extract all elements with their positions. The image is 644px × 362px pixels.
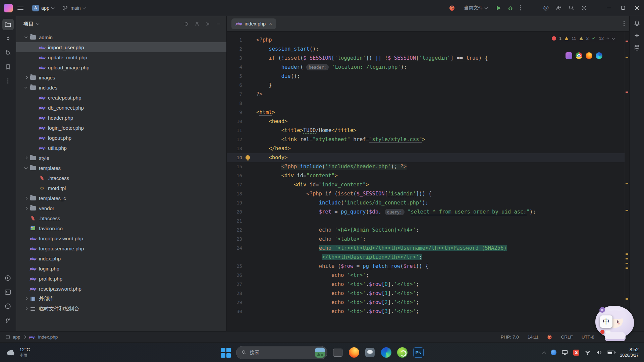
code-line[interactable]: 2 session_start(); (227, 45, 625, 54)
tree-item[interactable]: vendor (16, 203, 226, 213)
version-control-tool-button[interactable] (2, 314, 14, 326)
code-line[interactable]: 6 } (227, 81, 625, 90)
code-line[interactable]: 9<html> (227, 108, 625, 117)
edge-icon[interactable] (596, 52, 602, 59)
tab-close-icon[interactable]: × (269, 21, 272, 26)
pull-requests-tool-button[interactable] (2, 47, 14, 58)
line-number[interactable]: 4 (227, 63, 242, 72)
error-stripe[interactable] (625, 32, 629, 331)
tree-item[interactable]: phplogout.php (16, 133, 226, 143)
project-tool-button[interactable] (2, 19, 14, 30)
display-icon[interactable] (562, 350, 568, 355)
code-line[interactable]: 30 echo '<td>'.$row[3].'</td>'; (227, 307, 625, 316)
stripe-mark-yellow[interactable] (626, 267, 628, 269)
code-line[interactable]: 29 echo '<td>'.$row[2].'</td>'; (227, 298, 625, 307)
problems-tool-button[interactable] (2, 300, 14, 312)
line-number[interactable]: 10 (227, 117, 242, 126)
stripe-mark-yellow[interactable] (626, 298, 628, 300)
debug-button[interactable] (507, 5, 513, 11)
branch-selector[interactable]: main (60, 4, 88, 12)
stripe-mark-yellow[interactable] (626, 263, 628, 264)
stripe-mark-red[interactable] (626, 41, 628, 42)
prev-problem-icon[interactable] (606, 37, 610, 41)
tree-item[interactable]: phplogin.php (16, 263, 226, 274)
database-icon[interactable] (634, 45, 640, 51)
project-selector[interactable]: A app (30, 3, 57, 13)
line-number[interactable]: 2 (227, 45, 242, 54)
stripe-mark-yellow[interactable] (626, 57, 628, 58)
line-number[interactable]: 26 (227, 271, 242, 280)
stripe-mark-yellow[interactable] (626, 253, 628, 255)
line-number[interactable]: 30 (227, 307, 242, 316)
ime-indicator[interactable]: 中 (600, 315, 612, 328)
line-number[interactable]: 24 (227, 244, 242, 253)
line-number[interactable]: 16 (227, 171, 242, 180)
tree-item[interactable]: phpupload_image.php (16, 62, 226, 72)
close-button[interactable]: × (630, 0, 644, 16)
line-number[interactable]: 14 (227, 153, 242, 162)
line-number[interactable]: 29 (227, 298, 242, 307)
stripe-mark-yellow[interactable] (626, 258, 628, 259)
tree-item[interactable]: templates (16, 163, 226, 173)
plugin-bug-icon[interactable] (548, 335, 552, 339)
code-line[interactable]: 18 <?php if (isset($_SESSION['isadmin'])… (227, 189, 625, 198)
line-number[interactable]: 3 (227, 54, 242, 63)
code-line[interactable]: 22 echo '<h4>[Admin Section]</h4>'; (227, 226, 625, 235)
taskbar-app-window[interactable] (332, 347, 343, 358)
run-tool-button[interactable] (2, 272, 14, 284)
code-line[interactable]: 4 header( header: 'Location: /login.php'… (227, 63, 625, 72)
tree-item[interactable]: images (16, 72, 226, 82)
line-number[interactable]: 11 (227, 126, 242, 135)
tree-item[interactable]: favicon.ico (16, 223, 226, 233)
hide-panel-icon[interactable] (216, 21, 221, 26)
code-line[interactable]: 5 die(); (227, 72, 625, 81)
code-line[interactable]: 15 <?php include('includes/header.php');… (227, 162, 625, 171)
search-everywhere-icon[interactable] (569, 5, 574, 11)
tree-chevron-icon[interactable] (22, 298, 30, 300)
battery-icon[interactable] (607, 351, 614, 354)
tab-options-button[interactable] (624, 21, 625, 26)
taskbar-app-photoshop[interactable]: Ps (413, 347, 424, 358)
tree-item[interactable]: phputils.php (16, 143, 226, 153)
tree-item[interactable]: phpimport_user.php (16, 42, 226, 52)
code-line[interactable]: 21 (227, 217, 625, 226)
code-line[interactable]: 13 </head> (227, 144, 625, 153)
line-number[interactable]: 8 (227, 99, 242, 108)
main-menu-button[interactable] (17, 6, 23, 10)
line-number[interactable]: 1 (227, 36, 242, 45)
ai-assistant-icon[interactable]: @ (543, 5, 549, 11)
line-number[interactable]: 19 (227, 198, 242, 207)
run-configuration-selector[interactable]: 当前文件 (461, 4, 490, 12)
taskbar-search[interactable]: 搜索 (236, 346, 327, 359)
ime-red-badge-icon[interactable] (600, 330, 604, 334)
minimize-button[interactable] (602, 0, 616, 16)
tray-blue-app-icon[interactable] (551, 350, 556, 355)
ai-sparkle-icon[interactable] (634, 33, 640, 39)
panel-settings-icon[interactable] (205, 21, 210, 26)
line-number[interactable]: 20 (227, 207, 242, 217)
code-line[interactable]: 26 echo '<tr>'; (227, 271, 625, 280)
code-line[interactable]: 25 while ($row = pg_fetch_row($ret)) { (227, 262, 625, 271)
tree-item[interactable]: phpheader.php (16, 113, 226, 123)
terminal-tool-button[interactable] (2, 286, 14, 298)
tree-chevron-icon[interactable] (22, 308, 30, 310)
code-line[interactable]: 10 <head> (227, 117, 625, 126)
breadcrumb-root[interactable]: app (13, 335, 20, 340)
tree-item[interactable]: admin (16, 32, 226, 42)
code-lines[interactable]: 1<?php2 session_start();3 if (!isset($_S… (227, 32, 625, 331)
chrome-icon[interactable] (576, 52, 582, 59)
code-line[interactable]: 8 (227, 99, 625, 108)
taskbar-app-browser[interactable] (396, 347, 408, 358)
tree-item[interactable]: phplogin_footer.php (16, 123, 226, 133)
search-daily-image[interactable] (315, 348, 325, 358)
collapse-all-icon[interactable] (195, 21, 200, 26)
code-line[interactable]: 19 include('includes/db_connect.php'); (227, 198, 625, 207)
code-line[interactable]: 27 echo '<td>'.$row[0].'</td>'; (227, 280, 625, 289)
firefox-icon[interactable] (586, 52, 592, 59)
tree-item[interactable]: phpdb_connect.php (16, 103, 226, 113)
code-line[interactable]: 17 <div id="index_content"> (227, 180, 625, 189)
taskbar-clock[interactable]: 8:52 2026/3/27 (620, 347, 639, 358)
taskbar-app-messenger[interactable] (364, 347, 376, 358)
plugin-bug-icon[interactable] (449, 5, 454, 11)
line-number[interactable]: 12 (227, 135, 242, 144)
